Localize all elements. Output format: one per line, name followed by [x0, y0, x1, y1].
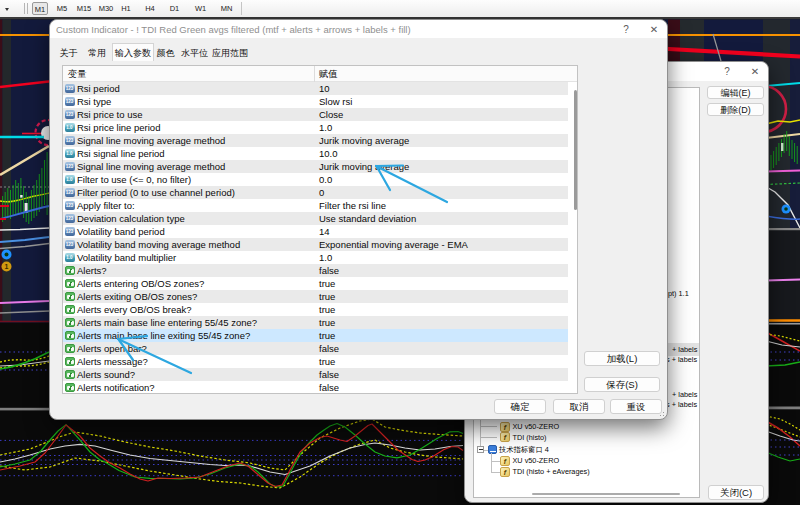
svg-text:1: 1 [5, 263, 9, 270]
